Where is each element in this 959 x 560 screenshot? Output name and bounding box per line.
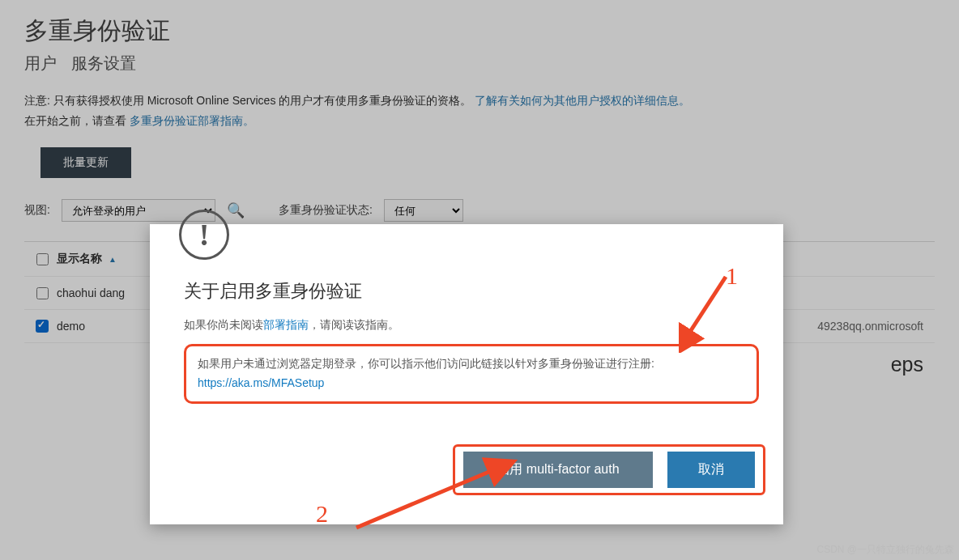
- modal-highlight-text: 如果用户未通过浏览器定期登录，你可以指示他们访问此链接以针对多重身份验证进行注册…: [198, 357, 654, 370]
- watermark: CSDN @一只特立独行的兔先森: [816, 543, 954, 557]
- modal-body-line1: 如果你尚未阅读部署指南，请阅读该指南。: [184, 318, 759, 333]
- modal-buttons-highlight: 启用 multi-factor auth 取消: [453, 444, 765, 495]
- enable-mfa-modal: ! 关于启用多重身份验证 如果你尚未阅读部署指南，请阅读该指南。 如果用户未通过…: [150, 224, 783, 524]
- modal-highlight-box: 如果用户未通过浏览器定期登录，你可以指示他们访问此链接以针对多重身份验证进行注册…: [184, 344, 759, 404]
- annotation-label-2: 2: [316, 500, 328, 528]
- annotation-label-1: 1: [726, 262, 738, 290]
- mfa-setup-link[interactable]: https://aka.ms/MFASetup: [198, 376, 324, 389]
- modal-deployment-guide-link[interactable]: 部署指南: [263, 318, 309, 331]
- enable-mfa-button[interactable]: 启用 multi-factor auth: [463, 452, 653, 488]
- modal-title: 关于启用多重身份验证: [184, 279, 759, 303]
- cancel-button[interactable]: 取消: [667, 452, 755, 488]
- info-icon: !: [179, 210, 229, 260]
